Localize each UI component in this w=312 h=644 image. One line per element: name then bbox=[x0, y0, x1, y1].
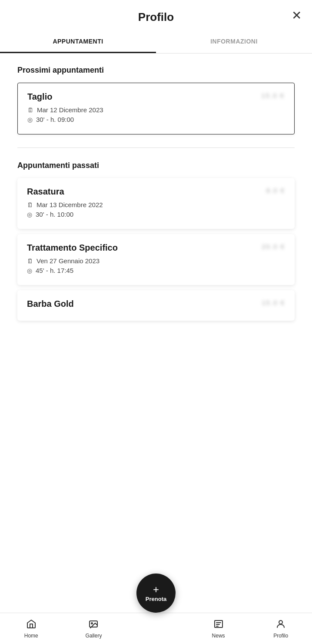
appointment-time-text: 30' - h. 10:00 bbox=[36, 211, 73, 218]
nav-item-home[interactable]: Home bbox=[0, 615, 63, 642]
past-card-trattamento[interactable]: Trattamento Specifico 20.0 € 🗓 Ven 27 Ge… bbox=[17, 234, 295, 285]
past-card-rasatura[interactable]: Rasatura 8.0 € 🗓 Mar 13 Dicembre 2022 ◎ … bbox=[17, 178, 295, 229]
appointment-date: 🗓 Mar 13 Dicembre 2022 bbox=[27, 201, 285, 208]
content-area: Prossimi appuntamenti Taglio 15.0 € 🗓 Ma… bbox=[0, 54, 312, 378]
appointment-name: Barba Gold bbox=[27, 299, 74, 309]
header: Profilo ✕ bbox=[0, 0, 312, 31]
appointment-price: 8.0 € bbox=[266, 187, 285, 194]
gallery-icon bbox=[88, 619, 99, 631]
card-header: Rasatura 8.0 € bbox=[27, 187, 285, 197]
appointment-time-text: 45' - h. 17:45 bbox=[36, 267, 73, 274]
profilo-icon bbox=[275, 619, 286, 631]
fab-label: Prenota bbox=[146, 596, 166, 602]
appointment-date-text: Mar 13 Dicembre 2022 bbox=[37, 201, 103, 208]
home-icon bbox=[26, 619, 37, 631]
prenota-button[interactable]: + Prenota bbox=[136, 574, 176, 613]
appointment-name: Taglio bbox=[27, 92, 52, 102]
upcoming-section-title: Prossimi appuntamenti bbox=[17, 66, 295, 75]
appointment-date: 🗓 Mar 12 Dicembre 2023 bbox=[27, 106, 285, 114]
svg-point-6 bbox=[279, 621, 282, 624]
appointment-date-text: Mar 12 Dicembre 2023 bbox=[37, 106, 103, 114]
calendar-icon: 🗓 bbox=[27, 107, 33, 114]
appointment-date: 🗓 Ven 27 Gennaio 2023 bbox=[27, 257, 285, 265]
card-header: Taglio 15.0 € bbox=[27, 92, 285, 102]
nav-label-gallery: Gallery bbox=[85, 633, 102, 639]
calendar-icon: 🗓 bbox=[27, 201, 33, 208]
tab-informazioni[interactable]: INFORMAZIONI bbox=[156, 31, 312, 53]
page-title: Profilo bbox=[138, 10, 174, 24]
fab-container: + Prenota bbox=[136, 574, 176, 613]
nav-item-gallery[interactable]: Gallery bbox=[63, 615, 125, 642]
clock-icon: ◎ bbox=[27, 267, 32, 274]
past-card-barba-gold[interactable]: Barba Gold 15.0 € bbox=[17, 290, 295, 321]
clock-icon: ◎ bbox=[27, 116, 33, 123]
appointment-time: ◎ 45' - h. 17:45 bbox=[27, 267, 285, 274]
appointment-time: ◎ 30' - h. 09:00 bbox=[27, 116, 285, 123]
nav-item-profilo[interactable]: Profilo bbox=[249, 615, 312, 642]
card-header: Barba Gold 15.0 € bbox=[27, 299, 285, 309]
upcoming-card-taglio[interactable]: Taglio 15.0 € 🗓 Mar 12 Dicembre 2023 ◎ 3… bbox=[17, 83, 295, 134]
calendar-icon: 🗓 bbox=[27, 258, 33, 265]
card-header: Trattamento Specifico 20.0 € bbox=[27, 243, 285, 253]
fab-plus-icon: + bbox=[153, 584, 159, 595]
appointment-price: 15.0 € bbox=[262, 299, 285, 306]
appointment-time: ◎ 30' - h. 10:00 bbox=[27, 211, 285, 218]
svg-point-1 bbox=[91, 623, 93, 624]
tab-appuntamenti[interactable]: APPUNTAMENTI bbox=[0, 31, 156, 53]
nav-label-profilo: Profilo bbox=[273, 633, 288, 639]
appointment-price: 20.0 € bbox=[262, 243, 285, 250]
section-divider bbox=[17, 148, 295, 148]
nav-item-news[interactable]: News bbox=[187, 615, 250, 642]
appointment-name: Trattamento Specifico bbox=[27, 243, 118, 253]
appointment-price: 15.0 € bbox=[261, 92, 285, 99]
nav-label-home: Home bbox=[24, 633, 38, 639]
appointment-name: Rasatura bbox=[27, 187, 64, 197]
news-icon bbox=[213, 619, 224, 631]
nav-label-news: News bbox=[212, 633, 225, 639]
appointment-time-text: 30' - h. 09:00 bbox=[36, 116, 74, 123]
bottom-nav: Home Gallery News bbox=[0, 613, 312, 644]
clock-icon: ◎ bbox=[27, 211, 32, 218]
close-button[interactable]: ✕ bbox=[292, 10, 302, 22]
past-section-title: Appuntamenti passati bbox=[17, 161, 295, 170]
tabs: APPUNTAMENTI INFORMAZIONI bbox=[0, 31, 312, 54]
appointment-date-text: Ven 27 Gennaio 2023 bbox=[37, 257, 100, 265]
